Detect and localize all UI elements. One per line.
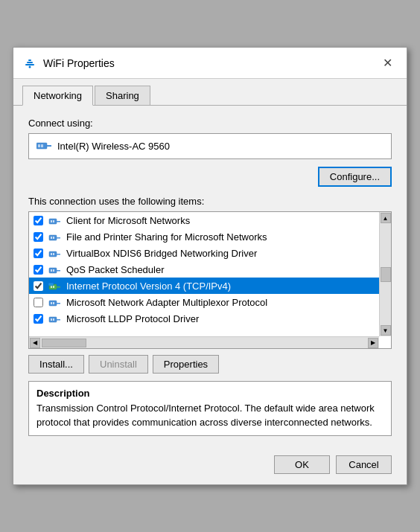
tabs-bar: Networking Sharing xyxy=(13,79,407,106)
horizontal-scrollbar[interactable]: ◀ ▶ xyxy=(29,336,379,348)
svg-rect-14 xyxy=(51,237,52,239)
svg-rect-22 xyxy=(51,269,52,272)
tab-networking[interactable]: Networking xyxy=(22,86,93,106)
svg-rect-15 xyxy=(53,237,54,239)
svg-point-3 xyxy=(29,65,31,68)
description-box: Description Transmission Control Protoco… xyxy=(28,381,392,435)
svg-rect-26 xyxy=(51,286,52,288)
svg-rect-27 xyxy=(53,286,54,288)
following-label: This connection uses the following items… xyxy=(28,196,392,207)
svg-rect-6 xyxy=(38,144,40,147)
svg-rect-19 xyxy=(53,253,54,255)
item-checkbox[interactable] xyxy=(34,314,43,324)
properties-button[interactable]: Properties xyxy=(153,355,219,374)
item-label: Client for Microsoft Networks xyxy=(66,215,190,226)
action-buttons-row: Install... Uninstall Properties xyxy=(28,355,392,374)
adapter-name: Intel(R) Wireless-AC 9560 xyxy=(57,141,170,152)
wifi-icon xyxy=(22,56,37,71)
vertical-scrollbar[interactable]: ▲ ▼ xyxy=(379,212,391,336)
item-label: File and Printer Sharing for Microsoft N… xyxy=(66,231,267,243)
svg-rect-28 xyxy=(48,283,54,286)
item-checkbox[interactable] xyxy=(34,249,43,258)
item-icon xyxy=(48,263,63,275)
tab-sharing[interactable]: Sharing xyxy=(95,86,150,106)
adapter-box: Intel(R) Wireless-AC 9560 xyxy=(28,133,392,159)
item-checkbox[interactable] xyxy=(34,232,43,242)
item-checkbox[interactable] xyxy=(34,265,43,275)
svg-rect-34 xyxy=(57,319,60,321)
svg-rect-36 xyxy=(53,318,54,321)
wifi-properties-dialog: WiFi Properties ✕ Networking Sharing Con… xyxy=(13,47,407,484)
item-icon xyxy=(48,296,63,308)
bottom-buttons: OK Cancel xyxy=(13,455,407,484)
svg-rect-0 xyxy=(25,64,34,65)
horiz-scroll-thumb[interactable] xyxy=(42,339,86,347)
svg-rect-25 xyxy=(57,286,60,288)
list-item[interactable]: Microsoft LLDP Protocol Driver xyxy=(29,310,391,327)
svg-rect-17 xyxy=(57,254,60,255)
adapter-icon xyxy=(36,138,51,154)
ok-button[interactable]: OK xyxy=(274,455,330,474)
scroll-up-arrow[interactable]: ▲ xyxy=(381,213,391,223)
svg-rect-11 xyxy=(53,220,54,222)
svg-rect-21 xyxy=(57,270,60,272)
svg-rect-13 xyxy=(57,237,60,239)
item-icon xyxy=(48,214,63,226)
connect-using-label: Connect using: xyxy=(28,118,392,129)
list-item[interactable]: QoS Packet Scheduler xyxy=(29,261,391,278)
configure-button[interactable]: Configure... xyxy=(318,167,392,187)
item-label: VirtualBox NDIS6 Bridged Networking Driv… xyxy=(66,248,257,259)
list-item[interactable]: VirtualBox NDIS6 Bridged Networking Driv… xyxy=(29,245,391,261)
list-item[interactable]: Client for Microsoft Networks xyxy=(29,212,391,228)
item-icon xyxy=(48,280,63,292)
list-item[interactable]: Internet Protocol Version 4 (TCP/IPv4) xyxy=(29,278,391,294)
item-checkbox[interactable] xyxy=(34,298,43,307)
title-bar: WiFi Properties ✕ xyxy=(13,48,407,79)
configure-row: Configure... xyxy=(28,167,392,187)
item-icon xyxy=(48,313,63,324)
item-label: Microsoft Network Adapter Multiplexor Pr… xyxy=(66,297,267,308)
item-checkbox[interactable] xyxy=(34,281,43,291)
scroll-right-arrow[interactable]: ▶ xyxy=(368,338,378,348)
items-list[interactable]: Client for Microsoft Networks File and P… xyxy=(28,211,392,349)
item-label: Microsoft LLDP Protocol Driver xyxy=(66,313,199,324)
svg-rect-32 xyxy=(53,302,54,304)
scroll-left-arrow[interactable]: ◀ xyxy=(30,338,40,348)
description-title: Description xyxy=(36,388,384,399)
list-item[interactable]: File and Printer Sharing for Microsoft N… xyxy=(29,228,391,245)
close-button[interactable]: ✕ xyxy=(377,53,398,74)
tab-content-networking: Connect using: Intel(R) Wireless-AC 9560… xyxy=(13,106,407,455)
item-icon xyxy=(48,231,63,243)
item-label: Internet Protocol Version 4 (TCP/IPv4) xyxy=(66,281,231,292)
item-icon xyxy=(48,247,63,259)
list-item[interactable]: Microsoft Network Adapter Multiplexor Pr… xyxy=(29,294,391,310)
svg-rect-23 xyxy=(53,269,54,272)
uninstall-button[interactable]: Uninstall xyxy=(89,355,148,374)
item-label: QoS Packet Scheduler xyxy=(66,264,165,275)
svg-rect-7 xyxy=(41,144,43,147)
svg-rect-18 xyxy=(51,253,52,255)
svg-rect-1 xyxy=(27,62,33,63)
item-checkbox[interactable] xyxy=(34,216,43,225)
svg-rect-9 xyxy=(57,221,60,222)
svg-rect-2 xyxy=(28,60,31,61)
scroll-down-arrow[interactable]: ▼ xyxy=(381,325,391,336)
svg-rect-35 xyxy=(51,318,52,321)
description-text: Transmission Control Protocol/Internet P… xyxy=(36,402,384,429)
svg-rect-30 xyxy=(57,303,60,304)
dialog-title: WiFi Properties xyxy=(43,57,377,69)
scroll-thumb[interactable] xyxy=(381,267,391,282)
svg-rect-5 xyxy=(47,145,51,147)
svg-rect-10 xyxy=(51,220,52,222)
cancel-button[interactable]: Cancel xyxy=(336,455,392,474)
install-button[interactable]: Install... xyxy=(28,355,84,374)
svg-rect-31 xyxy=(51,302,52,304)
